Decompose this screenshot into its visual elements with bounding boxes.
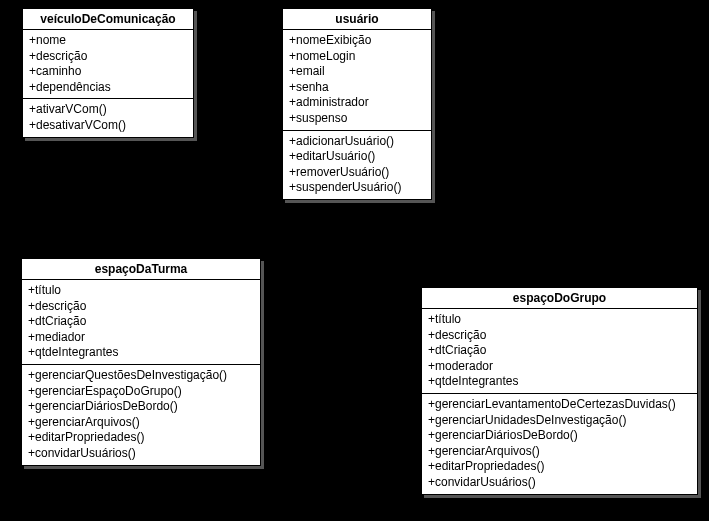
class-turma: espaçoDaTurma +título +descrição +dtCria… [21,258,261,466]
class-operations: +ativarVCom() +desativarVCom() [23,99,193,136]
class-attr: +dtCriação [28,314,254,330]
class-attr: +moderador [428,359,691,375]
class-attr: +nomeLogin [289,49,425,65]
class-usuario: usuário +nomeExibição +nomeLogin +email … [282,8,432,200]
class-grupo: espaçoDoGrupo +título +descrição +dtCria… [421,287,698,495]
class-op: +ativarVCom() [29,102,187,118]
class-attr: +nomeExibição [289,33,425,49]
class-op: +convidarUsuários() [428,475,691,491]
class-attr: +senha [289,80,425,96]
class-operations: +gerenciarLevantamentoDeCertezasDuvidas(… [422,394,697,494]
class-attributes: +título +descrição +dtCriação +moderador… [422,309,697,394]
class-attributes: +nomeExibição +nomeLogin +email +senha +… [283,30,431,131]
class-attr: +descrição [428,328,691,344]
class-op: +convidarUsuários() [28,446,254,462]
class-op: +gerenciarUnidadesDeInvestigação() [428,413,691,429]
class-title: veículoDeComunicação [23,9,193,30]
class-attr: +descrição [28,299,254,315]
class-attributes: +nome +descrição +caminho +dependências [23,30,193,99]
class-op: +gerenciarQuestõesDeInvestigação() [28,368,254,384]
class-op: +suspenderUsuário() [289,180,425,196]
class-attr: +caminho [29,64,187,80]
class-attr: +título [28,283,254,299]
class-attr: +qtdeIntegrantes [428,374,691,390]
class-attr: +administrador [289,95,425,111]
class-title: usuário [283,9,431,30]
class-op: +gerenciarArquivos() [28,415,254,431]
class-op: +gerenciarArquivos() [428,444,691,460]
class-attr: +título [428,312,691,328]
class-veiculo: veículoDeComunicação +nome +descrição +c… [22,8,194,138]
class-op: +gerenciarEspaçoDoGrupo() [28,384,254,400]
class-attr: +email [289,64,425,80]
class-attr: +dependências [29,80,187,96]
class-attributes: +título +descrição +dtCriação +mediador … [22,280,260,365]
class-title: espaçoDoGrupo [422,288,697,309]
class-attr: +qtdeIntegrantes [28,345,254,361]
class-op: +removerUsuário() [289,165,425,181]
class-op: +editarPropriedades() [428,459,691,475]
class-op: +adicionarUsuário() [289,134,425,150]
class-attr: +suspenso [289,111,425,127]
class-operations: +adicionarUsuário() +editarUsuário() +re… [283,131,431,199]
class-op: +gerenciarLevantamentoDeCertezasDuvidas(… [428,397,691,413]
class-attr: +descrição [29,49,187,65]
class-attr: +nome [29,33,187,49]
class-op: +desativarVCom() [29,118,187,134]
class-op: +editarPropriedades() [28,430,254,446]
class-operations: +gerenciarQuestõesDeInvestigação() +gere… [22,365,260,465]
class-op: +editarUsuário() [289,149,425,165]
class-title: espaçoDaTurma [22,259,260,280]
class-op: +gerenciarDiáriosDeBordo() [428,428,691,444]
class-op: +gerenciarDiáriosDeBordo() [28,399,254,415]
class-attr: +dtCriação [428,343,691,359]
class-attr: +mediador [28,330,254,346]
